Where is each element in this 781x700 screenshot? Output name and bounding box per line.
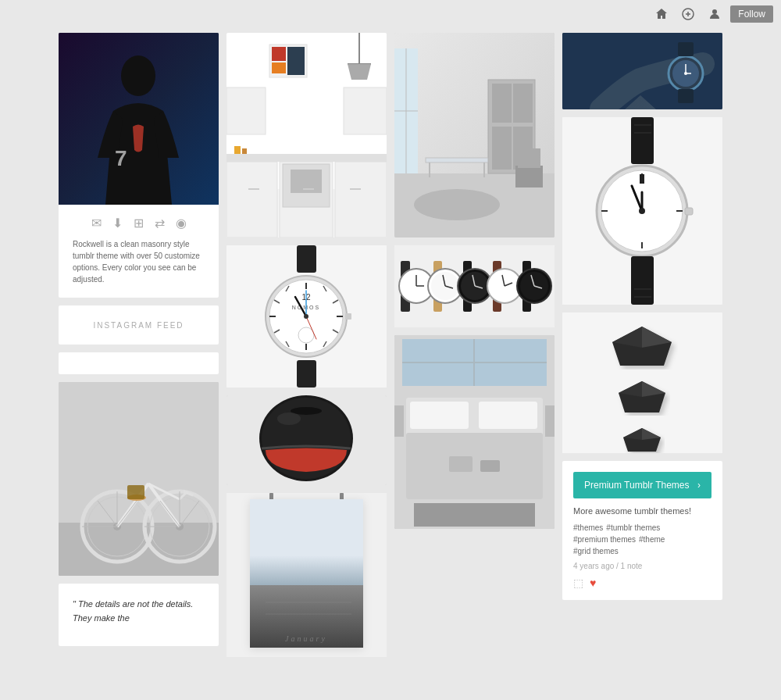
svg-rect-53: [234, 146, 241, 154]
svg-rect-90: [250, 555, 363, 587]
svg-rect-109: [518, 148, 540, 168]
column-1: 7 ✉ ⬇ ⊞ ⇄ ◉ Rockwell is a clean masonry …: [59, 33, 219, 646]
kitchen-photo: [226, 33, 387, 238]
svg-point-156: [684, 72, 687, 75]
profile-actions: ✉ ⬇ ⊞ ⇄ ◉: [59, 205, 219, 238]
svg-text:7: 7: [115, 146, 127, 170]
svg-rect-36: [272, 47, 286, 61]
download-icon[interactable]: ⬇: [112, 216, 123, 230]
svg-rect-173: [685, 208, 693, 215]
svg-rect-146: [414, 503, 535, 527]
heart-icon[interactable]: ♥: [590, 577, 596, 589]
column-4: Premium Tumblr Themes › More awesome tum…: [562, 33, 722, 600]
follow-button[interactable]: Follow: [730, 5, 773, 23]
svg-rect-45: [335, 162, 387, 238]
svg-rect-143: [410, 402, 469, 429]
top-navigation: Follow: [0, 0, 781, 28]
promo-description: More awesome tumblr themes!: [573, 506, 711, 516]
tag-premium-themes[interactable]: #premium themes: [573, 535, 636, 544]
tag-theme[interactable]: #theme: [639, 535, 665, 544]
promo-actions: ⬚ ♥: [573, 577, 711, 589]
svg-point-172: [639, 208, 645, 214]
promo-btn-arrow: ›: [697, 480, 701, 491]
premium-themes-button[interactable]: Premium Tumblr Themes ›: [573, 472, 711, 498]
gems-photo-card: [562, 312, 722, 453]
svg-rect-145: [406, 433, 543, 499]
instagram-label: INSTAGRAM FEED: [93, 321, 184, 330]
svg-rect-54: [242, 148, 247, 154]
svg-rect-174: [631, 256, 654, 305]
svg-rect-157: [678, 89, 694, 103]
profile-description: Rockwell is a clean masonry style tumblr…: [59, 238, 219, 285]
svg-rect-105: [426, 158, 488, 162]
svg-rect-42: [226, 154, 387, 162]
rss-icon[interactable]: ◉: [176, 216, 187, 230]
svg-rect-150: [480, 460, 500, 472]
home-icon[interactable]: [651, 3, 672, 25]
svg-rect-56: [297, 245, 316, 273]
compose-icon[interactable]: [677, 3, 699, 25]
room-interior-card: [394, 33, 555, 238]
svg-rect-147: [394, 405, 404, 437]
column-3: [394, 33, 555, 529]
svg-rect-160: [631, 117, 654, 164]
svg-point-3: [712, 9, 717, 14]
svg-point-78: [304, 314, 308, 319]
svg-text:January: January: [285, 634, 327, 643]
bedroom-overhead-photo: [394, 335, 555, 529]
nomos-watch-photo: 12 NOMOS: [226, 245, 387, 388]
grid-icon[interactable]: ⊞: [134, 216, 144, 230]
profile-photo: 7: [59, 33, 219, 205]
promo-meta: 4 years ago / 1 note: [573, 562, 711, 570]
tags-container: #themes #tumblr themes #premium themes #…: [573, 523, 711, 555]
bike-photo: [59, 382, 219, 576]
instagram-feed-card[interactable]: INSTAGRAM FEED: [59, 305, 219, 345]
account-icon[interactable]: [704, 3, 726, 25]
gems-photo: [562, 312, 722, 453]
svg-rect-101: [492, 84, 512, 123]
profile-card: 7 ✉ ⬇ ⊞ ⇄ ◉ Rockwell is a clean masonry …: [59, 33, 219, 298]
tag-themes[interactable]: #themes: [573, 523, 603, 532]
svg-rect-148: [545, 405, 555, 437]
svg-marker-41: [348, 64, 371, 80]
watches-group-card: [394, 245, 555, 327]
svg-rect-103: [492, 127, 512, 170]
wrist-watch-photo: [562, 33, 722, 109]
quote-card: " The details are not the details. They …: [59, 584, 219, 646]
kitchen-photo-card: [226, 33, 387, 238]
black-watch-strap-photo: [562, 117, 722, 305]
poster-photo: January: [226, 493, 387, 657]
svg-rect-52: [344, 88, 387, 134]
svg-rect-51: [226, 88, 266, 134]
svg-point-110: [414, 189, 500, 220]
svg-rect-102: [513, 84, 533, 123]
wrist-watch-card: [562, 33, 722, 109]
svg-point-84: [277, 412, 301, 425]
svg-rect-158: [678, 42, 694, 56]
svg-rect-24: [127, 485, 144, 499]
promo-card: Premium Tumblr Themes › More awesome tum…: [562, 461, 722, 600]
promo-btn-label: Premium Tumblr Themes: [584, 480, 689, 491]
masonry-grid: 7 ✉ ⬇ ⊞ ⇄ ◉ Rockwell is a clean masonry …: [0, 0, 781, 665]
bedroom-overhead-card: [394, 335, 555, 529]
tag-tumblr-themes[interactable]: #tumblr themes: [606, 523, 660, 532]
svg-rect-169: [640, 174, 644, 184]
svg-rect-149: [449, 456, 473, 472]
black-watch-strap-card: [562, 117, 722, 305]
tag-grid-themes[interactable]: #grid themes: [573, 547, 619, 555]
svg-rect-57: [297, 360, 316, 388]
svg-rect-38: [287, 47, 305, 75]
svg-rect-37: [272, 62, 286, 73]
svg-rect-8: [59, 382, 219, 523]
email-icon[interactable]: ✉: [91, 216, 102, 230]
svg-rect-79: [345, 313, 351, 320]
bike-photo-card: [59, 382, 219, 576]
poster-photo-card: January: [226, 493, 387, 657]
reblog-icon[interactable]: ⬚: [573, 577, 583, 589]
svg-rect-43: [226, 162, 277, 238]
room-interior-photo: [394, 33, 555, 238]
shuffle-icon[interactable]: ⇄: [155, 216, 165, 230]
column-2: 12 NOMOS: [226, 33, 387, 657]
nomos-watch-card: 12 NOMOS: [226, 245, 387, 388]
svg-point-5: [121, 55, 155, 96]
